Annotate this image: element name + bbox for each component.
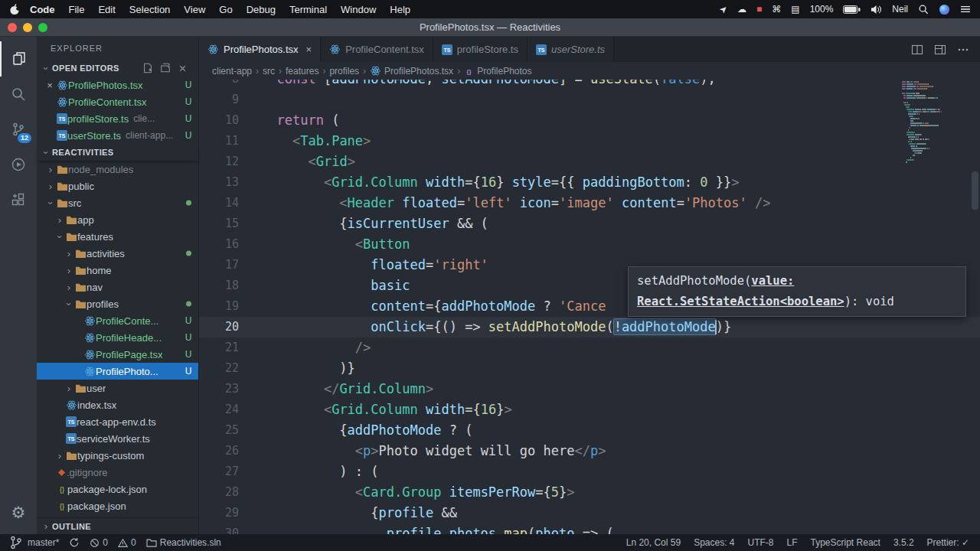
- tab-ProfilePhotos.tsx[interactable]: ProfilePhotos.tsx×: [199, 37, 321, 62]
- location-arrow-icon[interactable]: ➤: [717, 3, 730, 15]
- tree-item-react-app-env.d.ts[interactable]: ›TSreact-app-env.d.ts: [37, 413, 198, 430]
- status-error-count[interactable]: 0: [90, 537, 108, 548]
- line-number: 20: [199, 317, 239, 337]
- menu-debug[interactable]: Debug: [240, 4, 283, 15]
- tab-profileStore.ts[interactable]: TSprofileStore.ts: [433, 37, 528, 62]
- status-sync-changes[interactable]: [69, 537, 80, 548]
- tree-item-src[interactable]: ›src: [37, 194, 198, 211]
- menu-selection[interactable]: Selection: [122, 4, 177, 15]
- breadcrumb-profiles[interactable]: profiles: [329, 66, 359, 77]
- user-name[interactable]: Neil: [892, 4, 908, 15]
- minimap[interactable]: [902, 81, 969, 164]
- menu-view[interactable]: View: [177, 4, 212, 15]
- tree-item-ProfileHeade...[interactable]: ›ProfileHeade...U: [37, 329, 198, 346]
- activity-extensions[interactable]: [0, 182, 37, 217]
- command-icon[interactable]: ⌘: [772, 5, 781, 14]
- open-editor-ProfilePhotos.tsx[interactable]: ×ProfilePhotos.tsxU: [37, 77, 198, 93]
- tab-ProfileContent.tsx[interactable]: ProfileContent.tsx: [321, 37, 433, 62]
- tree-item-serviceWorker.ts[interactable]: ›TSserviceWorker.ts: [37, 430, 198, 447]
- tree-item-typings-custom[interactable]: ›typings-custom: [37, 447, 198, 464]
- project-section-header[interactable]: › REACTIVITIES: [37, 144, 198, 161]
- tree-item-.gitignore[interactable]: ›.gitignore: [37, 464, 198, 481]
- code-editor[interactable]: 8 const [addPhotoMode, setAddPhotoMode] …: [199, 80, 980, 534]
- activity-search[interactable]: [0, 77, 37, 112]
- menu-help[interactable]: Help: [383, 4, 417, 15]
- minimap-seg: [902, 136, 908, 138]
- notification-center-icon[interactable]: [960, 5, 971, 14]
- tree-item-README.md[interactable]: ›MREADME.md: [37, 514, 198, 517]
- tree-item-profiles[interactable]: ›profiles: [37, 295, 198, 312]
- settings-gear-icon[interactable]: ⚙: [0, 497, 37, 528]
- status-indentation[interactable]: Spaces: 4: [694, 537, 734, 548]
- breadcrumb-features[interactable]: features: [286, 66, 318, 77]
- screen-record-icon[interactable]: ■: [756, 5, 762, 14]
- activity-explorer[interactable]: [0, 41, 37, 77]
- apple-menu[interactable]: [9, 3, 20, 15]
- close-icon[interactable]: ×: [43, 80, 57, 91]
- status-typescript-version[interactable]: 3.5.2: [893, 537, 914, 548]
- status-eol[interactable]: LF: [787, 537, 798, 548]
- battery-icon[interactable]: [843, 5, 861, 14]
- new-file-icon[interactable]: [142, 63, 153, 73]
- menu-window[interactable]: Window: [334, 4, 383, 15]
- more-actions-icon[interactable]: [957, 44, 969, 56]
- breadcrumb-client-app[interactable]: client-app: [212, 66, 252, 77]
- menu-code[interactable]: Code: [23, 4, 62, 15]
- tree-item-public[interactable]: ›public: [37, 178, 198, 194]
- git-status-badge: U: [183, 113, 194, 124]
- tree-item-index.tsx[interactable]: ›index.tsx: [37, 396, 198, 413]
- tree-item-package.json[interactable]: ›{}package.json: [37, 497, 198, 514]
- siri-icon[interactable]: [939, 4, 950, 15]
- close-icon[interactable]: ×: [306, 44, 312, 55]
- open-editor-ProfileContent.tsx[interactable]: ProfileContent.tsxU: [37, 93, 198, 110]
- tree-item-ProfilePage.tsx[interactable]: ›ProfilePage.tsxU: [37, 346, 198, 363]
- tree-item-app[interactable]: ›app: [37, 211, 198, 228]
- save-all-icon[interactable]: [160, 63, 171, 73]
- menu-edit[interactable]: Edit: [91, 4, 122, 15]
- menu-file[interactable]: File: [62, 4, 92, 15]
- scrollbar-thumb[interactable]: [972, 171, 978, 210]
- breadcrumb-src[interactable]: src: [263, 66, 275, 77]
- tree-item-nav[interactable]: ›nav: [37, 279, 198, 295]
- close-window-button[interactable]: [8, 23, 17, 32]
- tree-item-node_modules[interactable]: ›node_modules: [37, 161, 198, 178]
- tree-item-home[interactable]: ›home: [37, 262, 198, 279]
- open-editors-header[interactable]: › OPEN EDITORS: [37, 60, 198, 77]
- status-git-branch[interactable]: master*: [8, 534, 59, 551]
- volume-icon[interactable]: [871, 5, 882, 15]
- tree-item-ProfilePhoto...[interactable]: ›ProfilePhoto...U: [37, 363, 198, 380]
- chevron-right-icon: ›: [279, 66, 282, 77]
- window-titlebar[interactable]: ProfilePhotos.tsx — Reactivities: [0, 18, 980, 37]
- status-formatter[interactable]: Prettier: ✓: [927, 537, 969, 548]
- code-token: >: [363, 133, 371, 148]
- mirror-display-icon[interactable]: ▤: [791, 5, 799, 14]
- cloud-icon[interactable]: ☁: [737, 5, 746, 14]
- status-cursor-position[interactable]: Ln 20, Col 59: [626, 537, 681, 548]
- status-language-mode[interactable]: TypeScript React: [811, 537, 880, 548]
- activity-debug[interactable]: [0, 147, 37, 182]
- menu-go[interactable]: Go: [212, 4, 239, 15]
- open-editor-profileStore.ts[interactable]: TSprofileStore.tsclie...U: [37, 110, 198, 127]
- activity-source-control[interactable]: 12: [0, 112, 37, 147]
- minimize-window-button[interactable]: [23, 23, 32, 32]
- tree-item-package-lock.json[interactable]: ›{}package-lock.json: [37, 481, 198, 497]
- status-encoding[interactable]: UTF-8: [748, 537, 774, 548]
- tree-item-user[interactable]: ›user: [37, 380, 198, 396]
- split-editor-icon[interactable]: [911, 44, 923, 56]
- outline-section-header[interactable]: › OUTLINE: [37, 517, 198, 534]
- battery-percent[interactable]: 100%: [810, 4, 834, 15]
- breadcrumb-ProfilePhotos[interactable]: {}ProfilePhotos: [464, 66, 531, 77]
- status-solution[interactable]: Reactivities.sln: [146, 537, 221, 548]
- tree-item-ProfileConte...[interactable]: ›ProfileConte...U: [37, 312, 198, 329]
- breadcrumb-ProfilePhotos.tsx[interactable]: ProfilePhotos.tsx: [370, 65, 453, 77]
- close-all-icon[interactable]: [178, 63, 188, 73]
- layout-icon[interactable]: [934, 44, 946, 56]
- tab-userStore.ts[interactable]: TSuserStore.ts: [528, 37, 614, 62]
- menu-terminal[interactable]: Terminal: [283, 4, 334, 15]
- open-editor-userStore.ts[interactable]: TSuserStore.tsclient-app...U: [37, 127, 198, 144]
- spotlight-icon[interactable]: [918, 4, 929, 15]
- tree-item-activities[interactable]: ›activities: [37, 245, 198, 262]
- tree-item-features[interactable]: ›features: [37, 228, 198, 245]
- status-warning-count[interactable]: 0: [118, 537, 136, 548]
- zoom-window-button[interactable]: [38, 23, 47, 32]
